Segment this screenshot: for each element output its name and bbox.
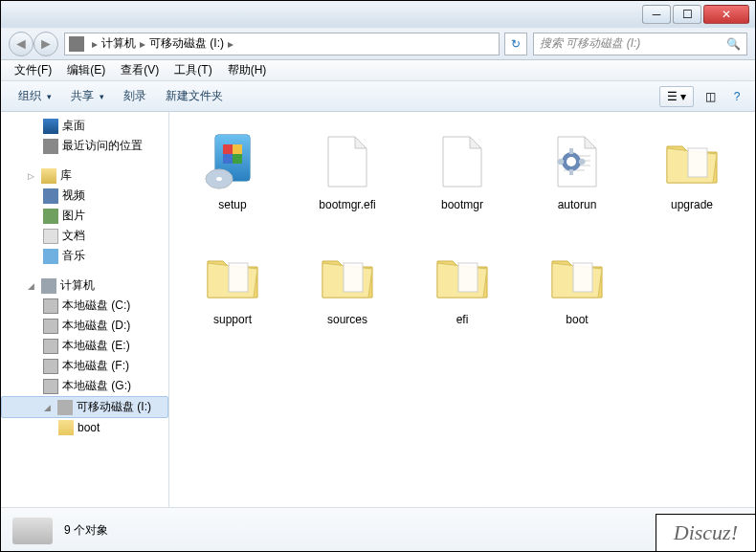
file-item-support[interactable]: support (177, 238, 288, 349)
command-bar: 组织 共享 刻录 新建文件夹 ☰ ▾ ◫ ? (1, 81, 755, 112)
sidebar-disk-f[interactable]: 本地磁盘 (F:) (1, 356, 168, 376)
computer-icon (41, 278, 56, 294)
close-button[interactable]: ✕ (703, 5, 749, 24)
refresh-button[interactable]: ↻ (504, 33, 527, 55)
folder-icon (543, 242, 611, 311)
folder-icon (313, 242, 382, 311)
inf-icon (543, 127, 611, 196)
breadcrumb-computer[interactable]: 计算机 (101, 35, 136, 52)
video-icon (43, 188, 58, 204)
sidebar-libraries[interactable]: ▷库 (1, 166, 168, 186)
document-icon (43, 229, 58, 244)
file-item-bootmgr.efi[interactable]: bootmgr.efi (292, 123, 403, 234)
sidebar-item-label: 视频 (62, 188, 85, 204)
file-item-boot[interactable]: boot (522, 238, 633, 349)
file-label: upgrade (671, 198, 713, 211)
sidebar-disk-e[interactable]: 本地磁盘 (E:) (1, 336, 168, 356)
file-item-sources[interactable]: sources (292, 238, 403, 349)
collapse-icon[interactable]: ◢ (44, 403, 54, 412)
music-icon (43, 249, 58, 264)
minimize-button[interactable]: ─ (642, 5, 671, 24)
sidebar-documents[interactable]: 文档 (1, 226, 168, 246)
sidebar-videos[interactable]: 视频 (1, 186, 168, 206)
sidebar-item-label: 桌面 (62, 118, 85, 134)
drive-status-icon (12, 518, 53, 544)
help-button[interactable]: ? (726, 86, 747, 107)
expand-icon[interactable]: ▷ (28, 171, 37, 181)
watermark: Discuz! (656, 514, 755, 551)
disk-icon (43, 319, 58, 334)
file-item-efi[interactable]: efi (407, 238, 518, 349)
sidebar-item-label: 本地磁盘 (D:) (62, 318, 130, 334)
collapse-icon[interactable]: ◢ (28, 281, 37, 291)
search-icon[interactable]: 🔍 (726, 37, 741, 51)
file-label: bootmgr (441, 198, 483, 211)
sidebar-computer[interactable]: ◢计算机 (1, 276, 168, 296)
sidebar-item-label: 可移动磁盘 (I:) (77, 399, 151, 415)
sidebar-folder-boot[interactable]: boot (1, 418, 168, 437)
preview-pane-button[interactable]: ◫ (700, 86, 721, 107)
folder-icon (198, 242, 267, 311)
file-item-setup[interactable]: setup (177, 123, 288, 234)
view-options-button[interactable]: ☰ ▾ (659, 86, 694, 107)
sidebar-item-label: 计算机 (60, 277, 95, 294)
drive-icon (69, 36, 84, 52)
forward-button[interactable]: ► (33, 32, 58, 56)
folder-icon (428, 242, 497, 311)
new-folder-button[interactable]: 新建文件夹 (156, 84, 233, 108)
menu-view[interactable]: 查看(V) (113, 60, 167, 80)
folder-icon (657, 127, 726, 196)
main-area: 桌面 最近访问的位置 ▷库 视频 图片 文档 音乐 ◢计算机 本地磁盘 (C:)… (1, 112, 755, 507)
file-label: efi (456, 313, 469, 326)
sidebar-item-label: boot (78, 421, 100, 434)
file-item-upgrade[interactable]: upgrade (636, 123, 747, 234)
sidebar-item-label: 本地磁盘 (E:) (62, 338, 130, 354)
file-label: sources (327, 313, 367, 326)
folder-icon (58, 420, 74, 435)
breadcrumb-drive[interactable]: 可移动磁盘 (I:) (149, 35, 224, 52)
sidebar-disk-g[interactable]: 本地磁盘 (G:) (1, 376, 168, 396)
file-item-autorun[interactable]: autorun (522, 123, 633, 234)
sidebar-item-label: 图片 (62, 208, 85, 224)
disk-icon (43, 298, 58, 314)
address-bar[interactable]: ▸ 计算机 ▸ 可移动磁盘 (I:) ▸ (64, 33, 500, 55)
sidebar-item-label: 本地磁盘 (G:) (62, 378, 131, 394)
back-button[interactable]: ◄ (9, 32, 33, 56)
sidebar-item-label: 库 (60, 167, 72, 184)
sidebar-disk-c[interactable]: 本地磁盘 (C:) (1, 296, 168, 316)
organize-button[interactable]: 组织 (9, 84, 61, 108)
search-input[interactable]: 搜索 可移动磁盘 (I:) 🔍 (533, 33, 747, 55)
file-item-bootmgr[interactable]: bootmgr (407, 123, 518, 234)
navigation-pane[interactable]: 桌面 最近访问的位置 ▷库 视频 图片 文档 音乐 ◢计算机 本地磁盘 (C:)… (1, 112, 169, 507)
sidebar-item-label: 最近访问的位置 (62, 138, 143, 154)
status-text: 9 个对象 (64, 522, 108, 539)
disk-icon (43, 359, 58, 374)
status-bar: 9 个对象 (1, 507, 755, 552)
sidebar-recent[interactable]: 最近访问的位置 (1, 136, 168, 156)
sidebar-item-label: 音乐 (62, 248, 85, 264)
library-icon (41, 168, 56, 184)
file-label: setup (218, 198, 246, 211)
sidebar-music[interactable]: 音乐 (1, 246, 168, 266)
sidebar-desktop[interactable]: 桌面 (1, 116, 168, 136)
maximize-button[interactable]: ☐ (673, 5, 701, 24)
file-label: boot (566, 313, 588, 326)
share-button[interactable]: 共享 (61, 84, 114, 108)
disk-icon (43, 379, 58, 394)
disk-icon (43, 339, 58, 354)
sidebar-pictures[interactable]: 图片 (1, 206, 168, 226)
menu-file[interactable]: 文件(F) (7, 60, 59, 80)
removable-icon (57, 400, 73, 415)
sidebar-item-label: 本地磁盘 (C:) (62, 298, 130, 314)
file-icon (313, 127, 382, 196)
file-list[interactable]: setupbootmgr.efibootmgrautorunupgradesup… (169, 112, 755, 507)
menu-tools[interactable]: 工具(T) (167, 60, 219, 80)
sidebar-removable-i[interactable]: ◢可移动磁盘 (I:) (1, 396, 168, 418)
file-icon (428, 127, 497, 196)
menu-help[interactable]: 帮助(H) (220, 60, 275, 80)
menu-edit[interactable]: 编辑(E) (59, 60, 113, 80)
file-label: bootmgr.efi (319, 198, 375, 211)
sidebar-item-label: 文档 (62, 228, 85, 244)
sidebar-disk-d[interactable]: 本地磁盘 (D:) (1, 316, 168, 336)
burn-button[interactable]: 刻录 (114, 84, 156, 108)
